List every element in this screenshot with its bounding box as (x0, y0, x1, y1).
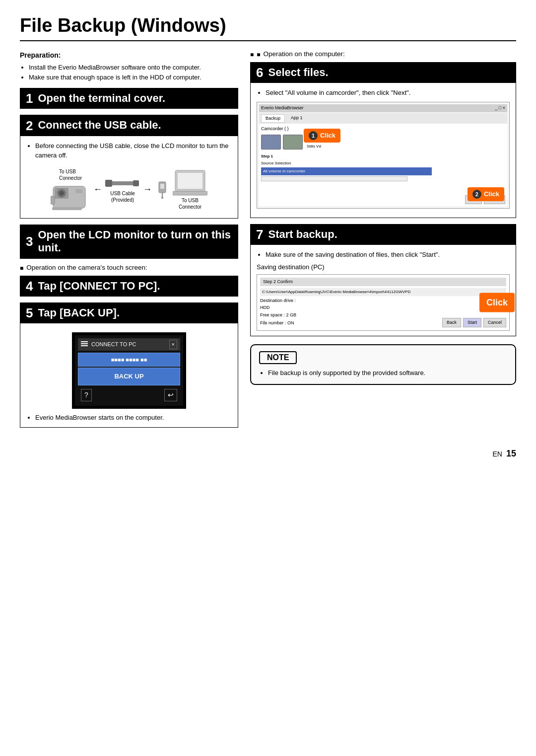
svg-point-3 (59, 191, 64, 196)
step6-bullet: Select "All volume in camcorder", then c… (266, 88, 510, 98)
step2-content: Before connecting the USB cable, close t… (20, 136, 238, 219)
op-computer-text: ■ Operation on the computer: (250, 50, 516, 58)
step1-block: 1 Open the terminal cover. (20, 88, 238, 109)
cable-arrow-left: ← (93, 183, 102, 196)
touch-help-btn[interactable]: ? (81, 389, 92, 401)
mock-step-area: Step 1 Source Selection All volume in ca… (261, 153, 505, 181)
mock7-buttons: Back Start Cancel (442, 318, 506, 328)
touch-topbar: CONNECT TO PC × (78, 338, 180, 351)
cable-label: USB Cable (Provided) (110, 190, 134, 203)
svg-rect-11 (160, 184, 164, 189)
step5-header: 5 Tap [BACK UP]. (20, 302, 238, 323)
mock-cam-label: Camcorder ( ) (261, 126, 505, 133)
thumb-labels: Stills Vd (307, 144, 321, 150)
mock7-files-label: File number : ON (260, 320, 300, 327)
mock7-cancel-btn[interactable]: Cancel (483, 318, 506, 328)
step1-text: Open the terminal cover. (38, 92, 165, 105)
step6-block: 6 Select files. Select "All volume in ca… (250, 62, 516, 218)
step5-num: 5 (26, 306, 33, 319)
click1-text: Click (320, 131, 335, 141)
usb-cable-diagram: USB Cable (Provided) (105, 176, 140, 203)
op-camera-touch: Operation on the camera's touch screen: (20, 264, 238, 272)
step4-num: 4 (26, 280, 33, 293)
svg-rect-17 (81, 341, 88, 342)
thumb-2 (283, 135, 303, 150)
laptop-svg (173, 169, 207, 197)
mock7-start-btn[interactable]: Start (463, 318, 481, 328)
touch-screen-mockup: CONNECT TO PC × ■■■■ ■■■■ ■■ BACK UP (72, 332, 186, 409)
svg-rect-9 (133, 180, 139, 186)
step6-num: 6 (256, 66, 263, 79)
footer-en: EN (493, 450, 502, 458)
mock7-titlebar: Step 2 Confirm (260, 278, 506, 287)
step7-block: 7 Start backup. Make sure of the saving … (250, 224, 516, 337)
step3-block: 3 Open the LCD monitor to turn on this u… (20, 225, 238, 259)
usb-port-icon (155, 181, 170, 199)
note-bullet: File backup is only supported by the pro… (268, 368, 507, 378)
touch-backup-item[interactable]: BACK UP (78, 368, 180, 385)
svg-rect-5 (51, 196, 55, 204)
step4-text: Tap [CONNECT TO PC]. (38, 280, 160, 293)
step5-text: Tap [BACK UP]. (38, 306, 120, 319)
step7-text: Start backup. (268, 228, 337, 241)
step7-screenshot: Step 2 Confirm C:\Users\User\AppData\Roa… (257, 274, 510, 331)
mock-source-option[interactable]: All volume in camcorder (261, 167, 432, 175)
laptop-diagram: To USB Connector (173, 169, 207, 210)
note-box: NOTE File backup is only supported by th… (250, 344, 516, 385)
prep-item-2: Make sure that enough space is left in t… (29, 73, 238, 82)
cable-svg (105, 176, 140, 190)
svg-rect-16 (173, 191, 207, 195)
step3-num: 3 (26, 235, 33, 248)
mock7-back-btn[interactable]: Back (442, 318, 461, 328)
mock-option-row (261, 176, 407, 181)
mock-tab-app[interactable]: App 1 (287, 114, 307, 123)
step7-num: 7 (256, 228, 263, 241)
preparation-section: Preparation: Install the Everio MediaBro… (20, 50, 238, 82)
touch-close-btn[interactable]: × (169, 340, 177, 349)
mock-step-label: Step 1 (261, 153, 505, 159)
step3-text: Open the LCD monitor to turn on this uni… (38, 228, 232, 255)
note-title: NOTE (259, 351, 297, 364)
click-badge-2: 2 Click (468, 187, 504, 201)
step6-header: 6 Select files. (250, 62, 516, 83)
cable-arrow-right: → (143, 183, 152, 196)
svg-rect-18 (81, 343, 88, 344)
click-main-badge: Click (479, 293, 515, 312)
click-main-text: Click (486, 297, 508, 307)
svg-rect-6 (52, 207, 82, 210)
touch-back-btn[interactable]: ↩ (164, 389, 177, 401)
mock7-dest-field: Destination drive : HDD (260, 298, 506, 311)
touch-item-selected[interactable]: ■■■■ ■■■■ ■■ (78, 353, 180, 367)
step5-block: 5 Tap [BACK UP]. CONNECT TO PC × (20, 302, 238, 428)
camera-svg (51, 181, 90, 211)
click-badge-1: 1 Click (304, 129, 340, 143)
menu-icon (81, 341, 88, 346)
step6-text: Select files. (268, 66, 328, 79)
step3-op-label: Operation on the camera's touch screen: (20, 264, 238, 272)
step4-header: 4 Tap [CONNECT TO PC]. (20, 276, 238, 297)
mock-window-step7: Step 2 Confirm C:\Users\User\AppData\Roa… (257, 274, 510, 331)
page-number: 15 (506, 449, 516, 459)
mock-source-label: Source Selection (261, 160, 505, 166)
step2-block: 2 Connect the USB cable. Before connecti… (20, 115, 238, 218)
circle-2: 2 (472, 190, 481, 199)
circle-1: 1 (309, 131, 318, 140)
step7-header: 7 Start backup. (250, 224, 516, 245)
mock-window-step6: Everio MediaBrowser _ □ × Backup App 1 C… (257, 102, 510, 209)
step5-bullet: Everio MediaBrowser starts on the comput… (35, 413, 232, 423)
mock-titlebar-step6: Everio MediaBrowser _ □ × (259, 104, 507, 112)
note-text: File backup is only supported by the pro… (259, 368, 507, 378)
touch-title-text: CONNECT TO PC (81, 340, 136, 349)
op-computer-label: ■ Operation on the computer: (250, 50, 516, 58)
mock-thumbnails: Stills Vd (261, 135, 505, 150)
step2-bullet: Before connecting the USB cable, close t… (35, 141, 232, 160)
step6-screenshot: Everio MediaBrowser _ □ × Backup App 1 C… (257, 102, 510, 209)
mock-tab-backup[interactable]: Backup (261, 114, 285, 123)
usb-left-label: To USB Connector (59, 168, 82, 181)
touch-inner: CONNECT TO PC × ■■■■ ■■■■ ■■ BACK UP (75, 335, 183, 406)
step2-num: 2 (26, 119, 33, 132)
svg-rect-4 (75, 189, 82, 193)
mock7-dest-label: Destination drive : HDD (260, 298, 300, 311)
svg-point-13 (161, 197, 163, 199)
thumb-1 (261, 135, 281, 150)
